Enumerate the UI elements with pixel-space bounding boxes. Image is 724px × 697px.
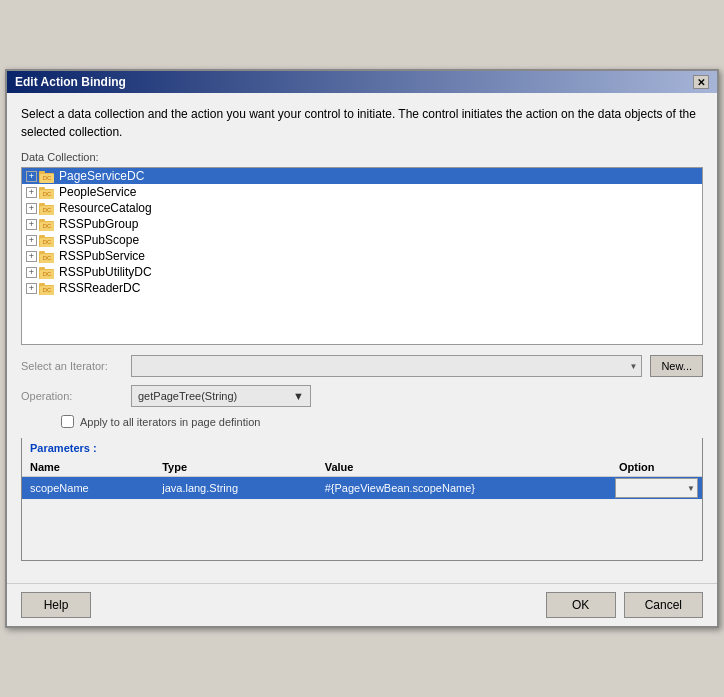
svg-text:DC: DC bbox=[43, 271, 52, 277]
iterator-row: Select an Iterator: ▼ New... bbox=[21, 355, 703, 377]
dialog-body: Select a data collection and the action … bbox=[7, 93, 717, 583]
tree-item[interactable]: + DC RSSPubService bbox=[22, 248, 702, 264]
dialog-title: Edit Action Binding bbox=[15, 75, 126, 89]
ok-button[interactable]: OK bbox=[546, 592, 616, 618]
parameters-section: Parameters : Name Type Value Option scop… bbox=[21, 438, 703, 561]
close-button[interactable]: ✕ bbox=[693, 75, 709, 89]
parameters-title: Parameters : bbox=[22, 438, 702, 458]
close-icon: ✕ bbox=[697, 77, 705, 88]
operation-label: Operation: bbox=[21, 390, 131, 402]
tree-item[interactable]: + DC ResourceCatalog bbox=[22, 200, 702, 216]
expand-icon: + bbox=[26, 251, 37, 262]
svg-text:DC: DC bbox=[43, 239, 52, 245]
tree-item-label: PageServiceDC bbox=[59, 169, 144, 183]
description-text: Select a data collection and the action … bbox=[21, 105, 703, 141]
operation-arrow-icon: ▼ bbox=[293, 390, 304, 402]
help-button[interactable]: Help bbox=[21, 592, 91, 618]
expand-icon: + bbox=[26, 235, 37, 246]
expand-icon: + bbox=[26, 203, 37, 214]
tree-item-label: RSSPubScope bbox=[59, 233, 139, 247]
svg-text:DC: DC bbox=[43, 207, 52, 213]
svg-text:DC: DC bbox=[43, 255, 52, 261]
tree-item[interactable]: + DC RSSPubGroup bbox=[22, 216, 702, 232]
folder-icon: DC bbox=[39, 250, 55, 263]
folder-icon: DC bbox=[39, 202, 55, 215]
iterator-select[interactable]: ▼ bbox=[131, 355, 642, 377]
footer-right: OK Cancel bbox=[546, 592, 703, 618]
parameters-header-row: Name Type Value Option bbox=[22, 458, 702, 477]
svg-text:DC: DC bbox=[43, 191, 52, 197]
folder-icon: DC bbox=[39, 186, 55, 199]
tree-item-label: ResourceCatalog bbox=[59, 201, 152, 215]
option-dropdown[interactable]: ▼ bbox=[615, 478, 698, 498]
parameters-table-body: scopeNamejava.lang.String#{PageViewBean.… bbox=[22, 477, 702, 500]
tree-item[interactable]: + DC PageServiceDC bbox=[22, 168, 702, 184]
folder-icon: DC bbox=[39, 282, 55, 295]
new-iterator-button[interactable]: New... bbox=[650, 355, 703, 377]
dialog-footer: Help OK Cancel bbox=[7, 583, 717, 626]
folder-icon: DC bbox=[39, 266, 55, 279]
expand-icon: + bbox=[26, 219, 37, 230]
expand-icon: + bbox=[26, 171, 37, 182]
svg-text:DC: DC bbox=[43, 175, 52, 181]
table-row[interactable]: scopeNamejava.lang.String#{PageViewBean.… bbox=[22, 477, 702, 500]
parameters-table: Name Type Value Option scopeNamejava.lan… bbox=[22, 458, 702, 500]
operation-value: getPageTree(String) bbox=[138, 390, 237, 402]
folder-icon: DC bbox=[39, 234, 55, 247]
checkbox-label: Apply to all iterators in page defintion bbox=[80, 416, 260, 428]
param-cell-name: scopeName bbox=[22, 477, 154, 500]
svg-text:DC: DC bbox=[43, 287, 52, 293]
data-collection-label: Data Collection: bbox=[21, 151, 703, 163]
param-cell-value: #{PageViewBean.scopeName} bbox=[317, 477, 611, 500]
col-value-header: Value bbox=[317, 458, 611, 477]
iterator-label: Select an Iterator: bbox=[21, 360, 131, 372]
param-cell-option[interactable]: ▼ bbox=[611, 477, 702, 500]
data-collection-tree[interactable]: + DC PageServiceDC+ DC PeopleService+ DC… bbox=[21, 167, 703, 345]
cancel-button[interactable]: Cancel bbox=[624, 592, 703, 618]
operation-select[interactable]: getPageTree(String) ▼ bbox=[131, 385, 311, 407]
tree-item[interactable]: + DC RSSReaderDC bbox=[22, 280, 702, 296]
col-type-header: Type bbox=[154, 458, 317, 477]
svg-text:DC: DC bbox=[43, 223, 52, 229]
col-option-header: Option bbox=[611, 458, 702, 477]
tree-item[interactable]: + DC PeopleService bbox=[22, 184, 702, 200]
param-extra-area bbox=[22, 500, 702, 560]
operation-row: Operation: getPageTree(String) ▼ bbox=[21, 385, 703, 407]
expand-icon: + bbox=[26, 187, 37, 198]
col-name-header: Name bbox=[22, 458, 154, 477]
dropdown-arrow-icon: ▼ bbox=[687, 484, 695, 493]
tree-item[interactable]: + DC RSSPubUtilityDC bbox=[22, 264, 702, 280]
parameters-table-header: Name Type Value Option bbox=[22, 458, 702, 477]
expand-icon: + bbox=[26, 283, 37, 294]
folder-icon: DC bbox=[39, 170, 55, 183]
tree-item-label: RSSPubGroup bbox=[59, 217, 138, 231]
iterator-arrow-icon: ▼ bbox=[630, 362, 638, 371]
checkbox-row: Apply to all iterators in page defintion bbox=[61, 415, 703, 428]
tree-items-container: + DC PageServiceDC+ DC PeopleService+ DC… bbox=[22, 168, 702, 296]
expand-icon: + bbox=[26, 267, 37, 278]
tree-item-label: PeopleService bbox=[59, 185, 136, 199]
param-cell-type: java.lang.String bbox=[154, 477, 317, 500]
edit-action-binding-dialog: Edit Action Binding ✕ Select a data coll… bbox=[5, 69, 719, 628]
tree-item-label: RSSReaderDC bbox=[59, 281, 140, 295]
tree-item-label: RSSPubService bbox=[59, 249, 145, 263]
tree-item[interactable]: + DC RSSPubScope bbox=[22, 232, 702, 248]
title-bar: Edit Action Binding ✕ bbox=[7, 71, 717, 93]
folder-icon: DC bbox=[39, 218, 55, 231]
apply-all-checkbox[interactable] bbox=[61, 415, 74, 428]
tree-item-label: RSSPubUtilityDC bbox=[59, 265, 152, 279]
